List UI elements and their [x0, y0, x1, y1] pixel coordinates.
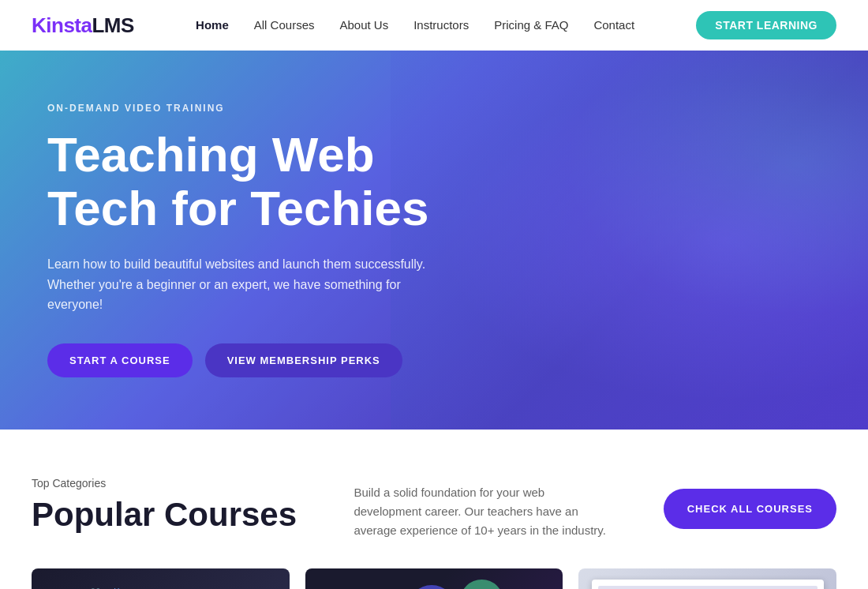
courses-section: Top Categories Popular Courses Build a s… — [0, 430, 868, 589]
hero-eyebrow: ON-DEMAND VIDEO TRAINING — [47, 103, 442, 114]
hero-buttons: START A COURSE VIEW MEMBERSHIP PERKS — [47, 343, 442, 377]
nav-contact[interactable]: Contact — [593, 18, 634, 32]
bokeh-container — [305, 568, 563, 589]
nav-links: Home All Courses About Us Instructors Pr… — [196, 18, 634, 32]
logo[interactable]: KinstaLMS — [32, 13, 134, 38]
top-categories-label: Top Categories — [32, 477, 297, 490]
logo-kinsta: Kinsta — [32, 13, 92, 37]
navbar: KinstaLMS Home All Courses About Us Inst… — [0, 0, 868, 51]
nav-all-courses[interactable]: All Courses — [254, 18, 315, 32]
hero-content: ON-DEMAND VIDEO TRAINING Teaching Web Te… — [0, 55, 489, 425]
course-card-web[interactable] — [578, 568, 836, 589]
courses-cards: 96<div> 97 class="justa title" 98 Cras j… — [32, 568, 836, 589]
hero-section: ON-DEMAND VIDEO TRAINING Teaching Web Te… — [0, 51, 868, 430]
course-card-code[interactable]: 96<div> 97 class="justa title" 98 Cras j… — [32, 568, 290, 589]
courses-header: Top Categories Popular Courses Build a s… — [32, 477, 836, 540]
hero-title-line2: Tech for Techies — [47, 181, 429, 235]
popular-courses-title: Popular Courses — [32, 496, 297, 534]
nav-pricing-faq[interactable]: Pricing & FAQ — [494, 18, 568, 32]
hero-subtitle: Learn how to build beautiful websites an… — [47, 254, 442, 315]
start-learning-button[interactable]: START LEARNING — [696, 11, 836, 39]
courses-description: Build a solid foundation for your web de… — [354, 477, 606, 540]
start-course-button[interactable]: START A COURSE — [47, 343, 193, 377]
bokeh-3 — [408, 585, 455, 589]
courses-header-left: Top Categories Popular Courses — [32, 477, 297, 534]
logo-lms: LMS — [92, 13, 133, 37]
hero-title: Teaching Web Tech for Techies — [47, 128, 442, 235]
check-all-courses-button[interactable]: CHECK ALL COURSES — [664, 489, 836, 529]
bokeh-8 — [460, 580, 503, 589]
view-membership-button[interactable]: VIEW MEMBERSHIP PERKS — [205, 343, 402, 377]
course-card-bokeh[interactable] — [305, 568, 563, 589]
nav-instructors[interactable]: Instructors — [413, 18, 469, 32]
nav-home[interactable]: Home — [196, 18, 229, 32]
code-preview: 96<div> 97 class="justa title" 98 Cras j… — [78, 576, 243, 589]
hero-title-line1: Teaching Web — [47, 127, 375, 182]
nav-about-us[interactable]: About Us — [339, 18, 388, 32]
